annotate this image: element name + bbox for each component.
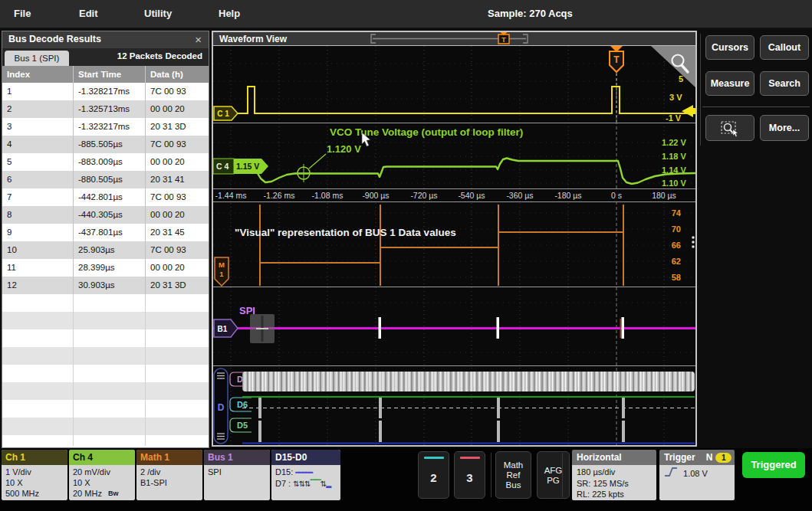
- svg-text:1.15 V: 1.15 V: [236, 162, 259, 171]
- trigger-settings-panel[interactable]: Trigger N 1 1.08 V: [659, 450, 735, 500]
- right-panel-divider: [700, 34, 701, 146]
- slider-trigger-icon: T: [501, 35, 506, 44]
- bus1-selected-packet[interactable]: [250, 314, 275, 343]
- table-row[interactable]: 1-1.328217ms7C 00 93: [2, 83, 209, 100]
- svg-text:180 µs: 180 µs: [652, 191, 676, 200]
- svg-text:70: 70: [672, 224, 681, 234]
- table-row[interactable]: 1128.399µs00 00 20: [2, 259, 209, 277]
- table-row[interactable]: 5-883.009µs00 00 20: [2, 153, 209, 171]
- rising-edge-icon: [664, 467, 678, 477]
- svg-text:-900 µs: -900 µs: [362, 191, 389, 200]
- table-row[interactable]: 3-1.323217ms20 31 3D: [2, 118, 209, 136]
- svg-text:-1.08 ms: -1.08 ms: [312, 191, 344, 200]
- ch4-marker-value: 1.120 V: [327, 143, 361, 155]
- search-button[interactable]: Search: [760, 71, 809, 96]
- table-row[interactable]: 4-885.505µs7C 00 93: [2, 136, 209, 153]
- table-row[interactable]: 2-1.325713ms00 00 20: [2, 100, 209, 118]
- svg-text:T: T: [613, 54, 620, 65]
- trigger-count-badge: 1: [715, 453, 731, 463]
- ch1-scale-5: 5: [679, 74, 683, 84]
- bandwidth-limit-icon: Bw: [108, 490, 119, 497]
- tab-bus1-spi[interactable]: Bus 1 (SPI): [5, 51, 69, 66]
- table-row[interactable]: 1230.903µs20 31 3D: [2, 277, 209, 294]
- measure-button[interactable]: Measure: [705, 71, 754, 96]
- bus-decode-results-panel: Bus Decode Results × Bus 1 (SPI) 12 Pack…: [2, 31, 209, 448]
- ch4-scale-3: 1.10 V: [662, 179, 686, 188]
- table-empty-area: [2, 294, 209, 446]
- table-row[interactable]: 1025.903µs7C 00 93: [2, 241, 209, 259]
- math1-badge[interactable]: M 1: [215, 257, 228, 286]
- bottom-bar: Ch 1 1 V/div10 X500 MHz Ch 4 20 mV/div10…: [0, 448, 812, 511]
- digital-settings-badge[interactable]: D15-D0 D15: ╍╍╍╍╍ D7 : ⇅⇅⇅▔▔⇅▂: [271, 450, 340, 500]
- ch1-scale-3v: 3 V: [669, 93, 682, 102]
- svg-text:0 s: 0 s: [611, 191, 622, 200]
- packets-decoded-label: 12 Packets Decoded: [117, 51, 202, 61]
- zoom-select-icon: [720, 120, 740, 137]
- ch4-badge[interactable]: C 4 1.15 V: [213, 159, 268, 174]
- svg-text:-540 µs: -540 µs: [458, 191, 485, 200]
- svg-text:-360 µs: -360 µs: [506, 191, 533, 200]
- d7-trace: [242, 372, 695, 391]
- table-header: Index Start Time Data (h): [2, 66, 209, 83]
- callout-button[interactable]: Callout: [760, 35, 809, 60]
- ch1-scale-neg1v: -1 V: [666, 113, 682, 123]
- close-icon[interactable]: ×: [195, 33, 202, 47]
- svg-text:62: 62: [672, 257, 681, 266]
- ch1-badge[interactable]: C 1: [214, 106, 238, 120]
- waveform-view-title: Waveform View: [219, 34, 288, 44]
- d7-activity-icon: ⇅⇅⇅: [293, 480, 310, 488]
- ch1-settings-badge[interactable]: Ch 1 1 V/div10 X500 MHz: [2, 450, 67, 500]
- svg-text:1: 1: [219, 270, 224, 278]
- ch3-color-indicator: [460, 457, 480, 459]
- d15-activity-icon: ╍╍╍╍╍: [295, 469, 312, 477]
- menu-help[interactable]: Help: [219, 8, 240, 19]
- col-index: Index: [2, 66, 73, 83]
- ch2-button[interactable]: 2: [418, 451, 449, 499]
- triggered-status-badge: Triggered: [742, 452, 805, 478]
- ch4-scale-2: 1.14 V: [662, 165, 686, 175]
- svg-text:M: M: [219, 260, 225, 269]
- math1-settings-badge[interactable]: Math 1 2 /divB1-SPI: [136, 450, 202, 500]
- menu-file[interactable]: File: [14, 8, 31, 19]
- waveform-canvas[interactable]: Waveform View T: [212, 31, 697, 447]
- panel-grip-icon[interactable]: [692, 236, 695, 248]
- menu-bar: File Edit Utility Help Sample: 270 Acqs: [0, 0, 812, 29]
- col-start-time: Start Time: [73, 66, 145, 83]
- svg-text:58: 58: [672, 273, 681, 282]
- ch4-annotation: VCO Tune Voltage (output of loop filter): [330, 126, 523, 138]
- menu-edit[interactable]: Edit: [79, 8, 98, 19]
- ch2-color-indicator: [424, 457, 444, 459]
- cursors-button[interactable]: Cursors: [705, 35, 754, 60]
- results-title: Bus Decode Results: [8, 34, 101, 44]
- svg-text:74: 74: [672, 208, 682, 218]
- zoom-mode-button[interactable]: [705, 115, 754, 141]
- digital-group-handle[interactable]: D: [214, 369, 228, 444]
- more-button[interactable]: More...: [760, 115, 809, 141]
- table-row[interactable]: 7-442.801µs7C 00 93: [2, 188, 209, 206]
- menu-utility[interactable]: Utility: [144, 8, 172, 19]
- horizontal-settings-panel[interactable]: Horizontal 180 µs/div SR: 125 MS/s RL: 2…: [572, 450, 656, 500]
- svg-text:66: 66: [672, 241, 681, 250]
- table-body: 1-1.328217ms7C 00 93 2-1.325713ms00 00 2…: [2, 83, 209, 294]
- ch4-scale-0: 1.22 V: [662, 138, 686, 147]
- table-row[interactable]: 8-440.305µs00 00 20: [2, 206, 209, 224]
- svg-text:C 4: C 4: [216, 162, 229, 171]
- ch4-settings-badge[interactable]: Ch 4 20 mV/div10 X 20 MHzBw: [69, 450, 135, 500]
- button-group-divider: [702, 106, 810, 107]
- bus1-settings-badge[interactable]: Bus 1 SPI: [204, 450, 270, 500]
- math-annotation: "Visual" representation of BUS 1 Data va…: [235, 227, 456, 238]
- col-data-h: Data (h): [145, 66, 209, 83]
- oscilloscope-app: File Edit Utility Help Sample: 270 Acqs …: [0, 0, 812, 511]
- svg-text:-1.44 ms: -1.44 ms: [215, 191, 247, 200]
- table-row[interactable]: 6-880.505µs20 31 41: [2, 171, 209, 188]
- svg-text:C 1: C 1: [217, 110, 229, 118]
- afg-pg-button[interactable]: AFGPG: [537, 451, 570, 499]
- d5-label[interactable]: D5: [237, 421, 248, 430]
- bus1-name-label: SPI: [239, 305, 255, 316]
- results-tabs: Bus 1 (SPI) 12 Packets Decoded: [2, 48, 209, 66]
- ch3-button[interactable]: 3: [454, 451, 485, 499]
- svg-text:-720 µs: -720 µs: [410, 191, 437, 200]
- table-row[interactable]: 9-437.801µs20 31 45: [2, 224, 209, 241]
- math-ref-bus-button[interactable]: MathRefBus: [495, 451, 531, 499]
- results-header: Bus Decode Results ×: [2, 31, 209, 48]
